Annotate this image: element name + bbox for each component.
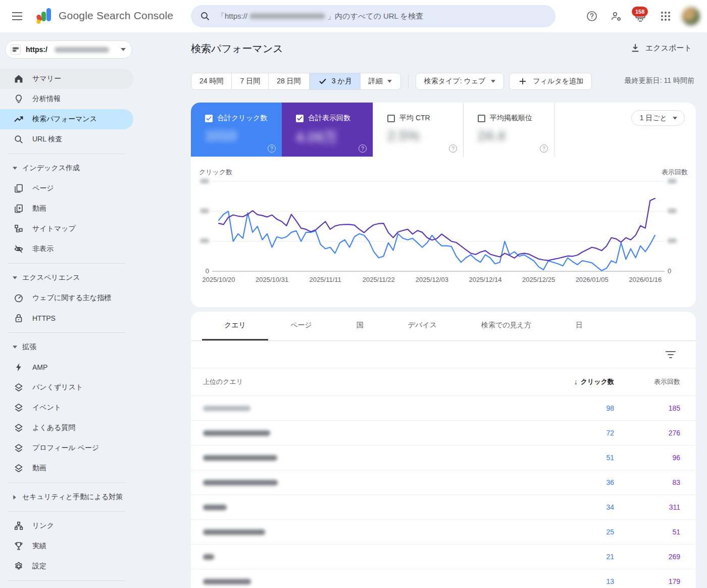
help-icon[interactable] <box>449 144 457 153</box>
x-axis-tick-label: 2025/10/20 <box>196 276 241 283</box>
sitemap-icon <box>14 224 24 234</box>
sidebar-item-https[interactable]: HTTPS <box>0 308 133 328</box>
redacted-query <box>203 529 265 535</box>
column-header-clicks[interactable]: クリック数 <box>538 377 614 386</box>
redacted-query <box>203 455 277 461</box>
apps-grid-icon[interactable] <box>659 9 673 23</box>
table-row[interactable]: 13179 <box>191 569 696 588</box>
tab-dates[interactable]: 日 <box>553 312 605 340</box>
sidebar-item-profile-pages[interactable]: プロフィール ページ <box>0 438 133 458</box>
sidebar-item-amp[interactable]: AMP <box>0 357 133 377</box>
checkbox-checked-icon[interactable] <box>205 115 213 122</box>
x-axis-tick-label: 2025/11/11 <box>302 276 348 283</box>
app-logo[interactable]: Google Search Console <box>36 6 173 25</box>
table-row[interactable]: 3683 <box>191 470 696 495</box>
table-row[interactable]: 98185 <box>191 396 696 421</box>
tab-countries[interactable]: 国 <box>334 312 386 340</box>
add-filter-button[interactable]: フィルタを追加 <box>509 73 592 90</box>
range-28d[interactable]: 28 日間 <box>268 73 309 89</box>
chevron-down-icon <box>121 47 126 52</box>
sidebar-item-pages[interactable]: ページ <box>0 178 133 199</box>
chevron-down-icon <box>490 79 495 84</box>
notification-count-badge: 158 <box>632 7 648 17</box>
redacted-query <box>203 430 270 436</box>
tab-devices[interactable]: デバイス <box>386 312 459 340</box>
column-header-impressions[interactable]: 表示回数 <box>614 377 696 386</box>
sidebar-item-links[interactable]: リンク <box>0 516 133 536</box>
range-7d[interactable]: 7 日間 <box>231 73 268 89</box>
x-axis-tick-label: 2025/12/14 <box>463 276 508 283</box>
rich-result-icon <box>14 382 24 393</box>
property-selector[interactable]: https:/ <box>5 40 132 59</box>
links-icon <box>14 521 24 531</box>
sidebar-item-sitemaps[interactable]: サイトマップ <box>0 219 133 239</box>
sidebar-section-experience[interactable]: エクスペリエンス <box>0 268 133 288</box>
sidebar-item-url-inspection[interactable]: URL 検査 <box>0 129 133 150</box>
table-row[interactable]: 72276 <box>191 421 696 446</box>
avatar[interactable] <box>682 7 700 25</box>
sidebar-item-removals[interactable]: 非表示 <box>0 239 133 259</box>
sidebar-section-security[interactable]: セキュリティと手動による対策 <box>0 487 133 507</box>
range-custom[interactable]: 詳細 <box>360 73 400 89</box>
redacted-axis-tick <box>200 209 209 213</box>
metric-average-position[interactable]: 平均掲載順位 24.4 <box>464 103 554 157</box>
hamburger-menu-icon[interactable] <box>11 10 23 22</box>
help-icon[interactable] <box>268 144 276 153</box>
filter-list-icon[interactable] <box>666 350 676 360</box>
metric-total-impressions[interactable]: 合計表示回数 4.09万 <box>282 103 373 157</box>
sidebar-item-faq[interactable]: よくある質問 <box>0 418 133 438</box>
sidebar-section-indexing[interactable]: インデックス作成 <box>0 158 133 178</box>
redacted-axis-tick <box>200 238 209 243</box>
sidebar-item-core-web-vitals[interactable]: ウェブに関する主な指標 <box>0 288 133 308</box>
metric-average-ctr[interactable]: 平均 CTR 2.5% <box>373 103 464 157</box>
sidebar-item-insights[interactable]: 分析情報 <box>0 89 133 109</box>
user-settings-icon[interactable] <box>609 9 623 23</box>
search-icon <box>14 134 24 144</box>
rich-result-icon <box>14 403 24 413</box>
metric-value-redacted: 2.5% <box>387 128 463 144</box>
right-axis-zero: 0 <box>668 267 671 275</box>
checkbox-unchecked-icon[interactable] <box>387 115 395 122</box>
table-row[interactable]: 2551 <box>191 520 696 545</box>
sidebar-item-search-performance[interactable]: 検索パフォーマンス <box>0 109 133 129</box>
metric-total-clicks[interactable]: 合計クリック数 1010 <box>191 103 282 157</box>
performance-chart[interactable]: クリック数 表示回数 0 0 2025/10/202025/10/312025/… <box>191 167 696 293</box>
tab-pages[interactable]: ページ <box>268 312 334 340</box>
redacted-query <box>203 480 278 485</box>
table-row[interactable]: 34311 <box>191 495 696 520</box>
checkbox-checked-icon[interactable] <box>296 115 304 122</box>
sidebar-item-videos[interactable]: 動画 <box>0 199 133 219</box>
tab-search-appearance[interactable]: 検索での見え方 <box>459 312 553 340</box>
sidebar-item-achievements[interactable]: 実績 <box>0 536 133 556</box>
url-inspect-searchbar[interactable]: 「https:// 」内のすべての URL を検査 <box>191 5 556 27</box>
sidebar-item-events[interactable]: イベント <box>0 398 133 418</box>
app-title: Google Search Console <box>59 10 173 22</box>
help-icon[interactable] <box>585 9 599 23</box>
divider <box>408 74 409 88</box>
search-type-button[interactable]: 検索タイプ: ウェブ <box>416 73 504 90</box>
check-icon <box>318 76 328 86</box>
sidebar-section-enhancements[interactable]: 拡張 <box>0 337 133 357</box>
checkbox-unchecked-icon[interactable] <box>478 115 485 122</box>
property-favicon <box>11 44 21 55</box>
column-header-query[interactable]: 上位のクエリ <box>191 377 538 386</box>
table-row[interactable]: 5196 <box>191 446 696 470</box>
chevron-down-icon <box>12 345 17 350</box>
divider <box>8 154 125 154</box>
sidebar-item-settings[interactable]: 設定 <box>0 556 133 576</box>
export-button[interactable]: エクスポート <box>630 43 692 53</box>
chevron-down-icon <box>12 275 17 280</box>
sidebar-item-breadcrumbs[interactable]: パンくずリスト <box>0 377 133 398</box>
sidebar-item-summary[interactable]: サマリー <box>0 69 133 89</box>
granularity-dropdown[interactable]: 1 日ごと <box>631 110 685 126</box>
table-header-row: 上位のクエリ クリック数 表示回数 <box>191 368 696 396</box>
help-icon[interactable] <box>359 144 367 153</box>
tab-queries[interactable]: クエリ <box>202 312 268 340</box>
range-3mo-selected[interactable]: 3 か月 <box>309 73 360 89</box>
table-row[interactable]: 21269 <box>191 545 696 569</box>
x-axis-tick-label: 2026/01/05 <box>569 276 615 283</box>
help-icon[interactable] <box>540 144 548 153</box>
range-24h[interactable]: 24 時間 <box>191 73 231 89</box>
sidebar-item-videos-enhancement[interactable]: 動画 <box>0 458 133 478</box>
left-axis-title: クリック数 <box>199 168 232 177</box>
